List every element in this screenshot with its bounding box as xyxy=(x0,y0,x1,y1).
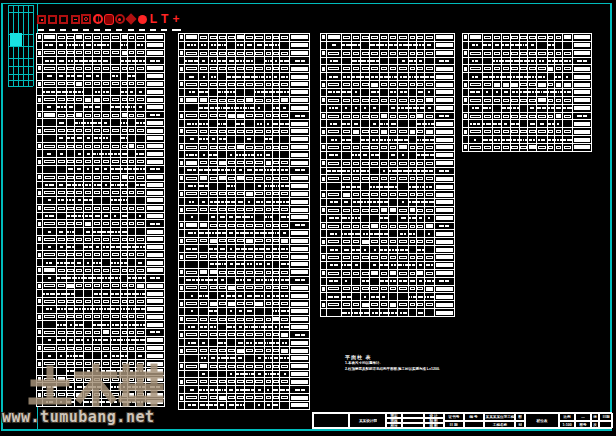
table-cell xyxy=(409,81,417,88)
table-cell xyxy=(93,166,102,173)
table-row xyxy=(179,253,309,261)
table-cell xyxy=(290,206,309,213)
table-cell xyxy=(146,150,164,157)
table-cell xyxy=(352,89,361,96)
table-cell xyxy=(245,57,254,64)
table-cell xyxy=(209,230,218,237)
table-cell xyxy=(290,355,309,362)
table-cell xyxy=(361,175,370,182)
table-cell xyxy=(265,81,273,88)
table-cell xyxy=(409,254,417,261)
table-cell xyxy=(121,57,129,64)
table-cell xyxy=(370,230,379,237)
table-row xyxy=(37,197,164,205)
table-cell xyxy=(493,58,502,65)
table-cell xyxy=(409,136,417,143)
table-cell xyxy=(43,298,57,305)
table-cell xyxy=(370,34,379,41)
table-cell xyxy=(280,183,290,190)
table-cell xyxy=(290,151,309,158)
table-cell xyxy=(43,314,57,321)
table-cell xyxy=(245,386,254,393)
table-cell xyxy=(146,119,164,126)
table-cell xyxy=(409,278,417,285)
table-cell xyxy=(265,144,273,151)
table-cell xyxy=(280,308,290,315)
table-cell xyxy=(273,339,281,346)
table-cell xyxy=(111,220,121,227)
table-cell xyxy=(57,213,67,220)
table-cell xyxy=(342,160,352,167)
table-cell xyxy=(548,81,556,88)
table-cell xyxy=(93,290,102,297)
table-cell xyxy=(227,355,236,362)
table-cell xyxy=(327,293,342,300)
table-cell xyxy=(227,371,236,378)
table-cell xyxy=(273,89,281,96)
table-cell xyxy=(573,113,591,120)
table-cell xyxy=(398,175,409,182)
table-cell xyxy=(146,275,164,282)
margin-table-line xyxy=(8,46,33,47)
table-cell xyxy=(265,167,273,174)
table-cell xyxy=(483,58,493,65)
table-cell xyxy=(409,34,417,41)
table-cell xyxy=(227,175,236,182)
table-cell xyxy=(290,120,309,127)
table-cell xyxy=(218,277,227,284)
table-cell xyxy=(520,144,529,151)
table-cell xyxy=(280,222,290,229)
table-cell xyxy=(128,127,136,134)
table-cell xyxy=(67,290,76,297)
table-cell xyxy=(290,57,309,64)
table-cell xyxy=(280,402,290,409)
table-cell xyxy=(67,267,76,274)
table-cell xyxy=(121,34,129,41)
table-cell xyxy=(57,251,67,258)
table-cell xyxy=(469,89,483,96)
table-cell xyxy=(380,199,389,206)
table-cell xyxy=(273,363,281,370)
table-cell xyxy=(136,174,146,181)
table-cell xyxy=(273,112,281,119)
table-cell xyxy=(280,89,290,96)
table-cell xyxy=(136,143,146,150)
table-cell xyxy=(43,275,57,282)
table-cell xyxy=(493,105,502,112)
table-cell xyxy=(227,261,236,268)
table-cell xyxy=(185,253,199,260)
table-cell xyxy=(75,104,84,111)
table-cell xyxy=(342,293,352,300)
table-cell xyxy=(380,293,389,300)
table-cell xyxy=(84,251,93,258)
table-cell xyxy=(417,42,425,49)
table-cell xyxy=(548,136,556,143)
table-cell xyxy=(409,58,417,65)
title-block-cell: 某某某某住宅工程 xyxy=(484,413,515,421)
table-cell xyxy=(84,96,93,103)
table-cell xyxy=(280,206,290,213)
table-cell xyxy=(342,230,352,237)
table-cell xyxy=(185,89,199,96)
table-cell xyxy=(67,205,76,212)
table-cell xyxy=(398,65,409,72)
table-cell xyxy=(218,128,227,135)
table-cell xyxy=(199,214,209,221)
table-cell xyxy=(352,223,361,230)
table-cell xyxy=(417,89,425,96)
table-cell xyxy=(218,253,227,260)
table-cell xyxy=(102,34,111,41)
table-cell xyxy=(435,89,454,96)
margin-table-line xyxy=(33,5,34,86)
table-cell xyxy=(199,104,209,111)
table-row xyxy=(179,355,309,363)
table-cell xyxy=(528,34,537,41)
table-cell xyxy=(290,402,309,409)
table-cell xyxy=(380,215,389,222)
notes-title: 平面柱 表 xyxy=(345,354,440,360)
table-cell xyxy=(236,104,245,111)
table-cell xyxy=(111,158,121,165)
table-cell xyxy=(57,306,67,313)
table-cell xyxy=(111,352,121,359)
table-cell xyxy=(146,127,164,134)
